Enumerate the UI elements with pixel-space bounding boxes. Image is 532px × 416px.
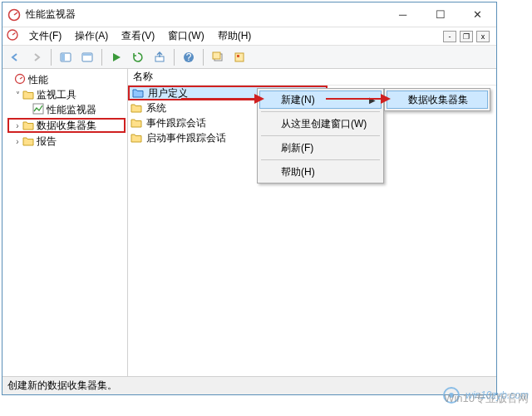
folder-icon (130, 131, 143, 144)
menu-separator (261, 159, 380, 160)
ctx-label: 新建(N) (281, 93, 315, 107)
menu-view[interactable]: 查看(V) (118, 27, 158, 45)
scope-button[interactable] (57, 48, 75, 66)
new-window-button[interactable] (209, 48, 227, 66)
tree-label: 性能 (28, 73, 48, 87)
row-label: 系统 (146, 101, 166, 115)
statusbar: 创建新的数据收集器集。 (2, 376, 496, 394)
ctx-label: 从这里创建窗口(W) (281, 117, 367, 131)
maximize-button[interactable]: ☐ (421, 2, 459, 27)
menu-separator (261, 111, 380, 112)
separator (51, 49, 52, 66)
mdi-close-button[interactable]: x (476, 31, 490, 42)
help-button[interactable]: ? (180, 48, 198, 66)
status-text: 创建新的数据收集器集。 (7, 379, 117, 393)
mdi-restore-button[interactable]: ❐ (460, 31, 473, 42)
window-buttons: ─ ☐ ✕ (384, 2, 496, 27)
svg-text:?: ? (186, 51, 192, 63)
row-label: 事件跟踪会话 (146, 116, 206, 130)
folder-icon (130, 116, 143, 130)
context-menu: 新建(N) ▶ 从这里创建窗口(W) 刷新(F) 帮助(H) (257, 88, 384, 184)
tree-collector-sets[interactable]: › 数据收集器集 (7, 118, 126, 133)
chart-icon (32, 103, 44, 117)
console-button[interactable] (78, 48, 96, 66)
menu-help[interactable]: 帮助(H) (214, 27, 255, 45)
ctx-new-window[interactable]: 从这里创建窗口(W) (259, 115, 382, 133)
run-button[interactable] (107, 48, 126, 66)
expander-icon[interactable]: › (12, 137, 22, 146)
app-small-icon (6, 28, 19, 44)
mdi-minimize-button[interactable]: - (443, 31, 456, 42)
svg-rect-5 (83, 54, 91, 56)
menu-file[interactable]: 文件(F) (26, 27, 65, 45)
ctx-label: 帮助(H) (281, 165, 315, 179)
highlight-collector-sub: 数据收集器集 (387, 91, 488, 109)
minimize-button[interactable]: ─ (384, 2, 421, 27)
app-window: 性能监视器 ─ ☐ ✕ 文件(F) 操作(A) 查看(V) 窗口(W) 帮助(H… (2, 2, 497, 395)
svg-rect-12 (237, 55, 239, 57)
ctx-label: 刷新(F) (281, 141, 313, 155)
refresh-button[interactable] (129, 48, 147, 66)
separator (203, 49, 204, 66)
separator (101, 49, 102, 66)
titlebar: 性能监视器 ─ ☐ ✕ (2, 2, 496, 27)
tree-label: 性能监视器 (47, 103, 96, 117)
toolbar: ? (2, 46, 496, 69)
menubar: 文件(F) 操作(A) 查看(V) 窗口(W) 帮助(H) - ❐ x (2, 27, 496, 46)
props-button[interactable] (230, 48, 249, 66)
tree-label: 监视工具 (37, 88, 76, 102)
forward-button[interactable] (27, 48, 46, 66)
menu-window[interactable]: 窗口(W) (165, 27, 207, 45)
menu-separator (261, 135, 380, 136)
tree-pane: 性能 ˅ 监视工具 性能监视器 › 数据收集器集 › 报 (2, 69, 128, 376)
perf-icon (14, 73, 26, 87)
folder-icon (22, 90, 34, 100)
svg-rect-3 (62, 54, 65, 61)
tree-label: 数据收集器集 (37, 119, 96, 133)
row-label: 启动事件跟踪会话 (146, 131, 226, 145)
ctx-help[interactable]: 帮助(H) (259, 163, 382, 181)
body-pane: 性能 ˅ 监视工具 性能监视器 › 数据收集器集 › 报 (2, 69, 496, 376)
tree-perf-monitor[interactable]: 性能监视器 (2, 102, 127, 117)
tree-reports[interactable]: › 报告 (2, 134, 127, 149)
highlight-new: 新建(N) ▶ (259, 91, 382, 109)
tree-root[interactable]: 性能 (2, 72, 127, 87)
ctx-new[interactable]: 新建(N) ▶ (259, 91, 382, 109)
app-icon (7, 8, 21, 22)
submenu: 数据收集器集 (384, 88, 490, 111)
expander-icon[interactable]: › (12, 121, 22, 130)
folder-icon (22, 136, 34, 146)
window-title: 性能监视器 (26, 7, 384, 22)
close-button[interactable]: ✕ (459, 2, 496, 27)
mdi-buttons: - ❐ x (443, 31, 493, 42)
submenu-indicator-icon: ▶ (369, 95, 376, 105)
folder-blue-icon (131, 86, 145, 100)
expander-icon[interactable]: ˅ (12, 91, 22, 100)
ctx-label: 数据收集器集 (408, 93, 468, 107)
folder-icon (22, 120, 34, 130)
column-header[interactable]: 名称 (128, 69, 496, 86)
highlight-collector-sets: › 数据收集器集 (7, 118, 126, 133)
watermark-sub: Win10专业版官网 (444, 391, 529, 406)
content-pane: 名称 用户定义 系统 事件跟踪会话 启 (128, 69, 496, 376)
tree-monitor-tools[interactable]: ˅ 监视工具 (2, 87, 127, 102)
svg-rect-10 (213, 52, 220, 59)
ctx-refresh[interactable]: 刷新(F) (259, 139, 382, 157)
menu-action[interactable]: 操作(A) (71, 27, 111, 45)
tree-label: 报告 (37, 135, 57, 149)
separator (174, 49, 175, 66)
folder-icon (130, 101, 143, 115)
col-name: 名称 (133, 70, 153, 84)
export-button[interactable] (150, 48, 169, 66)
back-button[interactable] (6, 48, 24, 66)
svg-rect-14 (33, 104, 43, 114)
row-label: 用户定义 (148, 86, 188, 100)
submenu-collector-set[interactable]: 数据收集器集 (387, 91, 488, 109)
